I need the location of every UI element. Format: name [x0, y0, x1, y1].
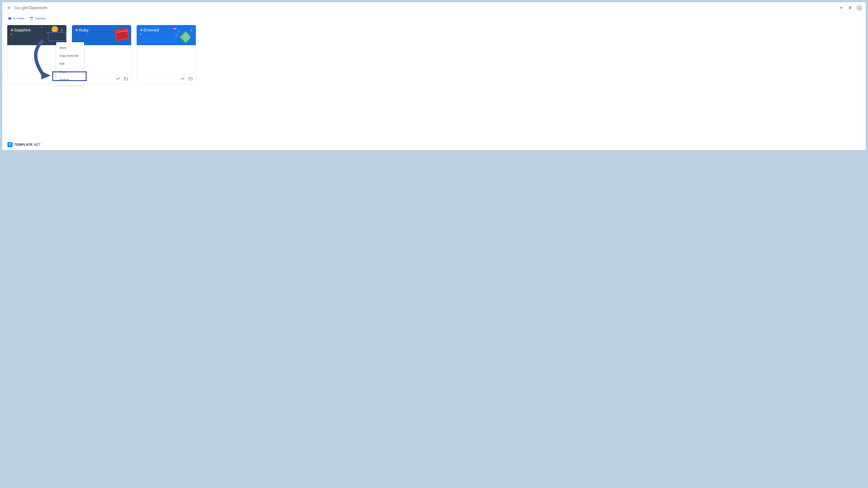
card-context-menu: Move Copy invite link Edit Copy Archive: [56, 42, 84, 85]
hamburger-menu-button[interactable]: [5, 4, 13, 11]
trending-button[interactable]: [116, 76, 120, 81]
person-icon: [857, 6, 862, 10]
watermark-logo-icon: T: [7, 142, 13, 147]
top-header: Google Classroom: [2, 2, 866, 13]
svg-rect-6: [173, 28, 177, 30]
card-footer: [137, 74, 196, 83]
hamburger-icon: [7, 6, 11, 10]
watermark-suffix: .NET: [33, 143, 41, 147]
menu-item-copy-invite[interactable]: Copy invite link: [56, 52, 84, 60]
card-more-button[interactable]: [59, 28, 65, 33]
more-vertical-icon: [60, 28, 64, 32]
card-more-button[interactable]: [124, 28, 129, 33]
card-more-button[interactable]: [189, 28, 194, 33]
apps-grid-icon: [848, 6, 852, 10]
calendar-icon: [30, 17, 33, 20]
menu-item-move[interactable]: Move: [56, 44, 84, 52]
calendar-link[interactable]: Calendar: [30, 17, 45, 20]
class-card-emerald[interactable]: 4-Emerald 3: [136, 25, 196, 84]
card-header: 4-Emerald 3: [137, 25, 196, 45]
trending-up-icon: [180, 77, 185, 81]
user-avatar[interactable]: [856, 4, 863, 11]
card-body: [137, 45, 196, 74]
class-subtitle: 3: [10, 33, 63, 36]
to-review-link[interactable]: To review: [8, 17, 24, 20]
logo-text: Classroom: [28, 5, 47, 10]
trending-button[interactable]: [180, 76, 185, 81]
app-window: Google Classroom To review Calendar: [2, 2, 866, 150]
class-cards-grid: 4-Sapphire 3: [2, 24, 866, 85]
calendar-label: Calendar: [35, 17, 45, 20]
google-apps-button[interactable]: [846, 4, 854, 11]
more-vertical-icon: [125, 28, 128, 32]
google-classroom-logo[interactable]: Google Classroom: [14, 5, 47, 10]
folder-icon: [189, 77, 193, 81]
menu-item-copy[interactable]: Copy: [56, 68, 84, 76]
decoration-coin: [52, 26, 58, 33]
decoration-stationery: [172, 27, 190, 45]
plus-icon: [839, 6, 843, 10]
class-subtitle: 3: [140, 33, 192, 36]
menu-item-archive[interactable]: Archive: [56, 76, 84, 84]
menu-item-edit[interactable]: Edit: [56, 60, 84, 68]
trending-up-icon: [116, 77, 120, 81]
decoration-dot: [41, 27, 42, 28]
watermark-brand: TEMPLATE: [14, 143, 33, 147]
watermark: T TEMPLATE.NET: [7, 142, 41, 147]
more-vertical-icon: [189, 28, 193, 32]
folder-button[interactable]: [124, 76, 128, 81]
sub-header-bar: To review Calendar: [2, 13, 866, 24]
folder-review-icon: [8, 17, 11, 20]
add-class-button[interactable]: [837, 4, 845, 11]
folder-icon: [124, 77, 128, 81]
to-review-label: To review: [13, 17, 24, 20]
folder-button[interactable]: [188, 76, 193, 81]
